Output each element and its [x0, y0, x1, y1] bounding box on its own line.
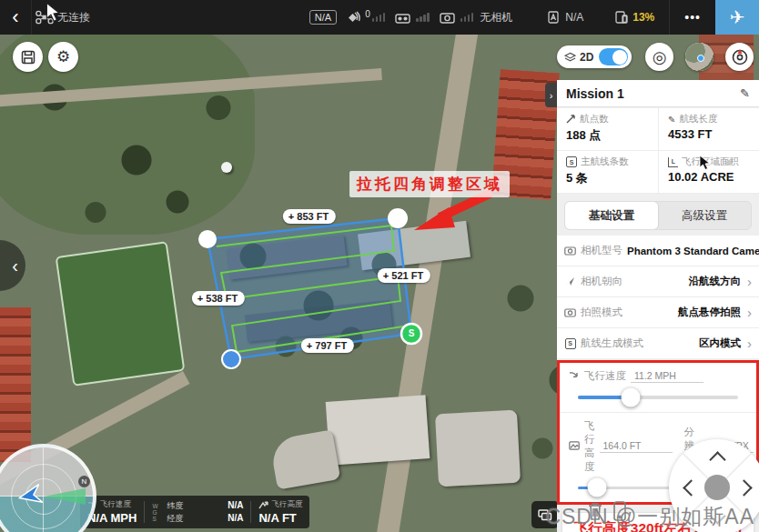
camera-signal-bars-icon — [460, 13, 474, 22]
save-icon — [21, 50, 35, 65]
left-panel-collapse-button[interactable]: ‹ — [0, 240, 25, 291]
setting-photo-mode[interactable]: 拍照模式 航点悬停拍照 › — [557, 297, 759, 328]
mission-title: Mission 1 — [566, 86, 624, 101]
back-button[interactable]: ‹ — [0, 0, 32, 35]
remote-controller-icon — [395, 12, 410, 24]
nudge-left-button[interactable] — [683, 479, 699, 496]
camera-icon — [440, 12, 455, 24]
speed-value-field[interactable]: 11.2 MPH — [631, 370, 703, 383]
speed-slider[interactable] — [578, 396, 738, 399]
north-indicator: N — [78, 476, 90, 487]
corner-handle-bottom-left[interactable] — [222, 350, 240, 368]
camera-status: 无相机 — [480, 10, 512, 25]
start-point-marker[interactable] — [401, 324, 421, 344]
map-trees — [0, 35, 273, 244]
locate-me-button[interactable]: ◎ — [645, 43, 673, 71]
crosshair-icon: + — [197, 293, 203, 304]
chevron-right-icon: › — [747, 305, 752, 320]
gear-icon: ⚙ — [56, 47, 70, 66]
location-dot — [697, 55, 704, 62]
satellite-icon — [346, 11, 360, 24]
route-mode-icon: S — [565, 338, 576, 349]
area-ruler-icon: L — [668, 157, 678, 167]
survey-area-polygon[interactable] — [207, 218, 411, 359]
route-length-icon: ✎ — [668, 115, 675, 125]
nudge-right-button[interactable] — [735, 479, 752, 496]
mission-stats-card[interactable]: 航点数 188 点 ✎ 航线长度 4533 FT S 主航线条数 5 条 L 飞… — [557, 108, 759, 194]
map-sports-field — [56, 241, 186, 386]
altitude-slider-knob[interactable] — [588, 478, 607, 497]
map-building — [245, 300, 392, 343]
compass-reset-button[interactable] — [725, 43, 754, 71]
takeoff-button[interactable]: ✈ — [715, 0, 759, 35]
map-building — [358, 221, 471, 270]
tab-advanced-settings[interactable]: 高级设置 — [658, 202, 751, 229]
mouse-cursor — [46, 2, 61, 22]
more-options-button[interactable]: ••• — [669, 0, 715, 35]
map-2d-toggle[interactable]: 2D — [557, 45, 632, 68]
map-road — [0, 371, 190, 495]
map-water-tower — [221, 162, 232, 173]
setting-camera-model[interactable]: 相机型号 Phantom 3 Standard Camera › — [557, 236, 759, 266]
speed-slider-knob[interactable] — [622, 387, 641, 407]
dpad-center-button[interactable] — [704, 475, 730, 500]
map-building — [435, 410, 521, 487]
chevron-left-icon: ‹ — [12, 256, 18, 276]
altitude-icon — [569, 441, 580, 450]
aircraft-battery-icon — [614, 10, 629, 25]
telemetry-coords: 纬度N/A 经度N/A — [167, 500, 243, 525]
speed-slider-row: 飞行速度 11.2 MPH — [560, 363, 756, 412]
stat-route-length: ✎ 航线长度 4533 FT — [658, 108, 759, 151]
map-building — [226, 235, 347, 280]
annotation-arrow — [440, 193, 491, 217]
map-mode-label: 2D — [580, 51, 593, 64]
corner-handle-top-left[interactable] — [198, 230, 217, 248]
speed-icon — [87, 501, 97, 509]
setting-route-mode[interactable]: S 航线生成模式 区内模式 › — [557, 328, 759, 358]
map-road — [0, 68, 382, 107]
compass-icon — [731, 48, 749, 66]
aircraft-heading-icon — [16, 484, 44, 508]
crosshair-icon: + — [288, 211, 294, 222]
stat-waypoints: 航点数 188 点 — [557, 108, 658, 151]
map-road — [369, 35, 481, 532]
altitude-value-field[interactable]: 164.0 FT — [600, 440, 673, 453]
edit-mission-icon[interactable]: ✎ — [740, 86, 750, 100]
edge-length-label: +538 FT — [192, 291, 245, 306]
crs-label: WGS — [152, 503, 159, 522]
photo-mode-icon — [564, 308, 576, 317]
setting-camera-heading[interactable]: 相机朝向 沿航线方向 › — [557, 266, 759, 297]
telemetry-altitude: 飞行高度 N/A FT — [258, 499, 302, 525]
satellite-signal-bars-icon — [372, 13, 386, 22]
annotation-arrow-head — [414, 207, 455, 230]
chevron-right-icon: › — [747, 336, 752, 351]
edge-length-label: +797 FT — [301, 338, 354, 353]
telemetry-speed: 飞行速度 N/A MPH — [87, 499, 137, 525]
map-type-button[interactable] — [685, 43, 713, 71]
gps-mode-badge: N/A — [309, 10, 337, 25]
map-park-area — [0, 35, 255, 235]
attitude-compass-widget[interactable] — [0, 444, 96, 532]
save-mission-button[interactable] — [13, 42, 43, 72]
connection-status: 无连接 — [57, 10, 90, 25]
locate-icon: ◎ — [653, 47, 667, 67]
map-settings-button[interactable]: ⚙ — [48, 42, 78, 72]
mouse-cursor — [699, 155, 711, 170]
battery-level: 13% — [632, 11, 654, 24]
tutorial-annotation: 拉托四角调整区域 — [349, 171, 510, 197]
panel-collapse-button[interactable]: › — [545, 83, 557, 107]
corner-handle-top-right[interactable] — [388, 208, 408, 228]
camera-icon — [564, 246, 576, 256]
map-trees — [209, 207, 428, 371]
speed-icon — [569, 371, 580, 380]
serpentine-icon: S — [566, 156, 577, 167]
map-building — [269, 429, 340, 489]
tab-basic-settings[interactable]: 基础设置 — [564, 201, 659, 230]
telemetry-bar: 飞行速度 N/A MPH WGS 纬度N/A 经度N/A 飞行高度 N/A FT — [80, 496, 309, 528]
map-red-roofs — [0, 307, 31, 462]
settings-tabs: 基础设置 高级设置 — [564, 201, 752, 230]
nudge-up-button[interactable] — [709, 451, 725, 467]
start-marker-label: S — [409, 328, 415, 338]
mode-toggle-switch[interactable] — [599, 48, 628, 65]
rc-signal-bars-icon — [416, 13, 430, 22]
